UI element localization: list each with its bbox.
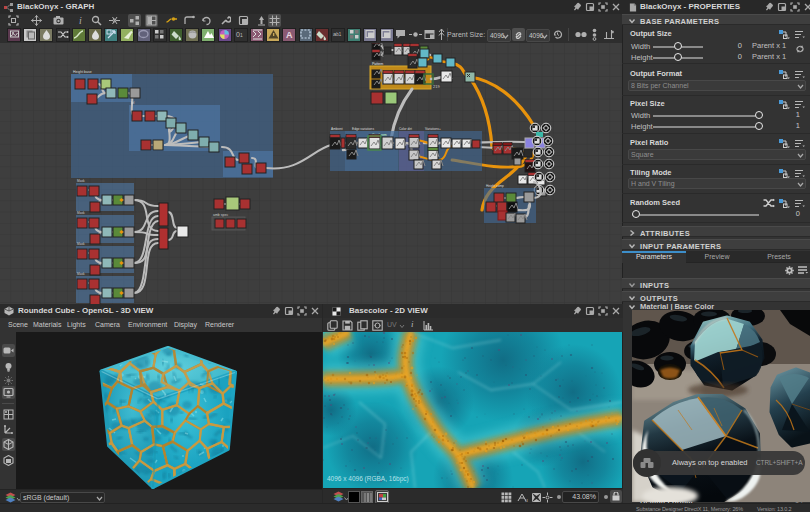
svg-text:lvl: lvl: [131, 101, 135, 105]
svg-text:219: 219: [433, 84, 440, 89]
svg-text:Mask: Mask: [77, 179, 85, 183]
svg-text:ab1: ab1: [333, 31, 342, 37]
svg-text:u: u: [525, 497, 528, 503]
svg-text:Mask: Mask: [77, 242, 85, 246]
svg-text:A: A: [286, 30, 293, 40]
svg-text:Variations+: Variations+: [425, 127, 441, 131]
svg-text:Ambient: Ambient: [331, 127, 343, 131]
svg-text:Edge variations: Edge variations: [352, 127, 374, 131]
svg-text:i: i: [79, 15, 82, 26]
svg-text:Color dirt: Color dirt: [399, 127, 412, 131]
svg-text:amb spec: amb spec: [213, 213, 228, 217]
svg-text:Height comp: Height comp: [486, 184, 504, 188]
svg-text:Pattern: Pattern: [372, 62, 383, 66]
svg-text:Mask: Mask: [77, 272, 85, 276]
svg-text:Height base: Height base: [73, 70, 92, 74]
svg-text:Mask: Mask: [77, 211, 85, 215]
svg-text:01: 01: [236, 31, 243, 38]
